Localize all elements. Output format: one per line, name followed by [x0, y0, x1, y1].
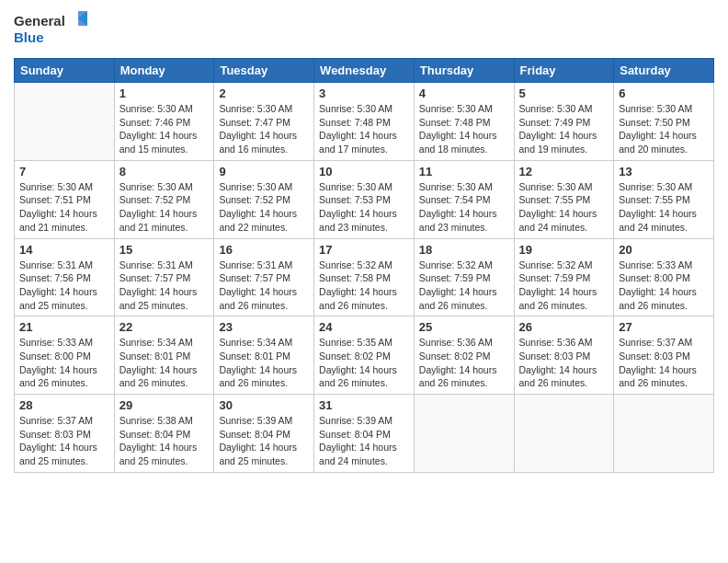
calendar-day-cell: 15Sunrise: 5:31 AM Sunset: 7:57 PM Dayli… [114, 238, 214, 316]
day-info: Sunrise: 5:32 AM Sunset: 7:58 PM Dayligh… [319, 259, 409, 313]
day-number: 27 [619, 320, 709, 334]
calendar-day-cell: 19Sunrise: 5:32 AM Sunset: 7:59 PM Dayli… [514, 238, 614, 316]
calendar-day-cell: 6Sunrise: 5:30 AM Sunset: 7:50 PM Daylig… [614, 83, 714, 161]
day-number: 21 [19, 320, 109, 334]
calendar-day-cell: 18Sunrise: 5:32 AM Sunset: 7:59 PM Dayli… [414, 238, 514, 316]
day-number: 2 [219, 86, 309, 100]
day-info: Sunrise: 5:30 AM Sunset: 7:48 PM Dayligh… [319, 102, 409, 156]
day-info: Sunrise: 5:38 AM Sunset: 8:04 PM Dayligh… [119, 414, 210, 468]
day-number: 10 [319, 165, 409, 178]
calendar-day-cell [514, 395, 614, 473]
day-info: Sunrise: 5:30 AM Sunset: 7:55 PM Dayligh… [519, 180, 609, 235]
calendar-day-cell: 29Sunrise: 5:38 AM Sunset: 8:04 PM Dayli… [114, 395, 214, 473]
calendar-day-cell: 27Sunrise: 5:37 AM Sunset: 8:03 PM Dayli… [614, 316, 714, 395]
calendar-day-cell: 4Sunrise: 5:30 AM Sunset: 7:48 PM Daylig… [414, 83, 514, 161]
weekday-header-wednesday: Wednesday [314, 59, 415, 83]
day-number: 3 [319, 86, 409, 100]
calendar-day-cell: 3Sunrise: 5:30 AM Sunset: 7:48 PM Daylig… [314, 83, 415, 161]
day-info: Sunrise: 5:30 AM Sunset: 7:46 PM Dayligh… [119, 102, 210, 156]
day-info: Sunrise: 5:30 AM Sunset: 7:48 PM Dayligh… [419, 102, 509, 156]
calendar-day-cell [414, 395, 514, 473]
calendar-day-cell [15, 83, 115, 161]
calendar-day-cell: 11Sunrise: 5:30 AM Sunset: 7:54 PM Dayli… [414, 160, 514, 238]
weekday-header-tuesday: Tuesday [214, 59, 314, 83]
calendar-week-row: 7Sunrise: 5:30 AM Sunset: 7:51 PM Daylig… [15, 160, 714, 238]
day-number: 12 [519, 165, 609, 178]
day-info: Sunrise: 5:31 AM Sunset: 7:57 PM Dayligh… [219, 259, 309, 313]
calendar-day-cell: 17Sunrise: 5:32 AM Sunset: 7:58 PM Dayli… [314, 238, 415, 316]
day-number: 15 [119, 243, 210, 257]
day-number: 28 [19, 398, 109, 412]
day-info: Sunrise: 5:37 AM Sunset: 8:03 PM Dayligh… [19, 414, 109, 468]
weekday-header-friday: Friday [514, 59, 614, 83]
day-number: 31 [319, 398, 409, 412]
day-number: 18 [419, 243, 509, 257]
weekday-header-sunday: Sunday [15, 59, 115, 83]
calendar-day-cell: 14Sunrise: 5:31 AM Sunset: 7:56 PM Dayli… [15, 238, 115, 316]
calendar-day-cell: 10Sunrise: 5:30 AM Sunset: 7:53 PM Dayli… [314, 160, 415, 238]
day-number: 17 [319, 243, 409, 257]
calendar-table: SundayMondayTuesdayWednesdayThursdayFrid… [14, 58, 714, 473]
day-info: Sunrise: 5:30 AM Sunset: 7:53 PM Dayligh… [319, 180, 409, 235]
calendar-day-cell: 22Sunrise: 5:34 AM Sunset: 8:01 PM Dayli… [114, 316, 214, 395]
calendar-week-row: 21Sunrise: 5:33 AM Sunset: 8:00 PM Dayli… [15, 316, 714, 395]
svg-text:Blue: Blue [14, 29, 44, 45]
calendar-day-cell: 1Sunrise: 5:30 AM Sunset: 7:46 PM Daylig… [114, 83, 214, 161]
calendar-day-cell: 25Sunrise: 5:36 AM Sunset: 8:02 PM Dayli… [414, 316, 514, 395]
day-info: Sunrise: 5:30 AM Sunset: 7:51 PM Dayligh… [19, 180, 109, 235]
day-info: Sunrise: 5:34 AM Sunset: 8:01 PM Dayligh… [219, 336, 309, 390]
day-info: Sunrise: 5:30 AM Sunset: 7:47 PM Dayligh… [219, 102, 309, 156]
calendar-day-cell [614, 395, 714, 473]
day-number: 30 [219, 398, 309, 412]
svg-text:General: General [14, 13, 65, 29]
calendar-day-cell: 31Sunrise: 5:39 AM Sunset: 8:04 PM Dayli… [314, 395, 415, 473]
day-info: Sunrise: 5:36 AM Sunset: 8:03 PM Dayligh… [519, 336, 609, 390]
calendar-day-cell: 28Sunrise: 5:37 AM Sunset: 8:03 PM Dayli… [15, 395, 115, 473]
calendar-day-cell: 9Sunrise: 5:30 AM Sunset: 7:52 PM Daylig… [214, 160, 314, 238]
day-info: Sunrise: 5:33 AM Sunset: 8:00 PM Dayligh… [619, 259, 709, 313]
weekday-header-thursday: Thursday [414, 59, 514, 83]
day-number: 11 [419, 165, 509, 178]
calendar-week-row: 1Sunrise: 5:30 AM Sunset: 7:46 PM Daylig… [15, 83, 714, 161]
day-info: Sunrise: 5:35 AM Sunset: 8:02 PM Dayligh… [319, 336, 409, 390]
logo-svg: General Blue [14, 9, 87, 51]
calendar-day-cell: 21Sunrise: 5:33 AM Sunset: 8:00 PM Dayli… [15, 316, 115, 395]
calendar-day-cell: 8Sunrise: 5:30 AM Sunset: 7:52 PM Daylig… [114, 160, 214, 238]
day-info: Sunrise: 5:32 AM Sunset: 7:59 PM Dayligh… [519, 259, 609, 313]
calendar-container: General Blue SundayMondayTuesdayWednesda… [0, 0, 728, 563]
day-number: 1 [119, 86, 210, 100]
day-info: Sunrise: 5:34 AM Sunset: 8:01 PM Dayligh… [119, 336, 210, 390]
weekday-header-saturday: Saturday [614, 59, 714, 83]
calendar-day-cell: 30Sunrise: 5:39 AM Sunset: 8:04 PM Dayli… [214, 395, 314, 473]
day-number: 8 [119, 165, 210, 178]
day-number: 13 [619, 165, 709, 178]
day-number: 7 [19, 165, 109, 178]
day-info: Sunrise: 5:30 AM Sunset: 7:49 PM Dayligh… [519, 102, 609, 156]
calendar-day-cell: 12Sunrise: 5:30 AM Sunset: 7:55 PM Dayli… [514, 160, 614, 238]
day-info: Sunrise: 5:36 AM Sunset: 8:02 PM Dayligh… [419, 336, 509, 390]
calendar-day-cell: 5Sunrise: 5:30 AM Sunset: 7:49 PM Daylig… [514, 83, 614, 161]
calendar-day-cell: 26Sunrise: 5:36 AM Sunset: 8:03 PM Dayli… [514, 316, 614, 395]
day-number: 4 [419, 86, 509, 100]
day-number: 24 [319, 320, 409, 334]
calendar-week-row: 14Sunrise: 5:31 AM Sunset: 7:56 PM Dayli… [15, 238, 714, 316]
day-info: Sunrise: 5:30 AM Sunset: 7:52 PM Dayligh… [119, 180, 210, 235]
day-number: 23 [219, 320, 309, 334]
calendar-day-cell: 23Sunrise: 5:34 AM Sunset: 8:01 PM Dayli… [214, 316, 314, 395]
calendar-day-cell: 24Sunrise: 5:35 AM Sunset: 8:02 PM Dayli… [314, 316, 415, 395]
day-info: Sunrise: 5:30 AM Sunset: 7:50 PM Dayligh… [619, 102, 709, 156]
header: General Blue [14, 9, 714, 51]
day-number: 9 [219, 165, 309, 178]
day-info: Sunrise: 5:31 AM Sunset: 7:57 PM Dayligh… [119, 259, 210, 313]
day-number: 20 [619, 243, 709, 257]
day-info: Sunrise: 5:31 AM Sunset: 7:56 PM Dayligh… [19, 259, 109, 313]
calendar-week-row: 28Sunrise: 5:37 AM Sunset: 8:03 PM Dayli… [15, 395, 714, 473]
calendar-day-cell: 16Sunrise: 5:31 AM Sunset: 7:57 PM Dayli… [214, 238, 314, 316]
day-info: Sunrise: 5:33 AM Sunset: 8:00 PM Dayligh… [19, 336, 109, 390]
day-info: Sunrise: 5:30 AM Sunset: 7:54 PM Dayligh… [419, 180, 509, 235]
logo: General Blue [14, 9, 87, 51]
day-number: 29 [119, 398, 210, 412]
day-info: Sunrise: 5:30 AM Sunset: 7:55 PM Dayligh… [619, 180, 709, 235]
calendar-day-cell: 2Sunrise: 5:30 AM Sunset: 7:47 PM Daylig… [214, 83, 314, 161]
day-number: 19 [519, 243, 609, 257]
